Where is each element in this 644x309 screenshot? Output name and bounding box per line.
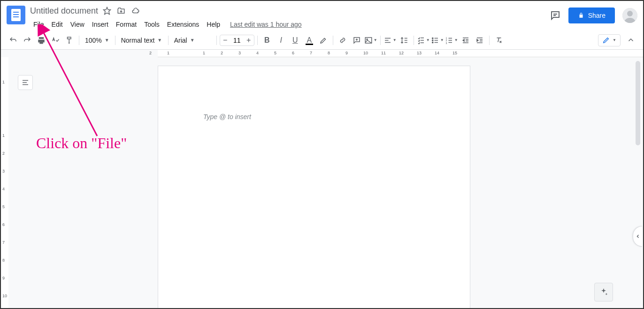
- hide-menus-button[interactable]: [624, 34, 637, 47]
- move-icon[interactable]: [117, 7, 125, 15]
- document-outline-button[interactable]: [18, 75, 33, 90]
- numbered-list-button[interactable]: 123▼: [445, 34, 458, 47]
- star-icon[interactable]: [103, 7, 111, 15]
- bulleted-list-button[interactable]: ▼: [431, 34, 444, 47]
- document-title[interactable]: Untitled document: [30, 6, 98, 16]
- font-size-control: − +: [220, 35, 254, 46]
- menu-file[interactable]: File: [30, 19, 47, 30]
- document-placeholder: Type @ to insert: [203, 113, 251, 121]
- line-spacing-button[interactable]: [398, 34, 411, 47]
- menu-edit[interactable]: Edit: [48, 19, 66, 30]
- cloud-status-icon[interactable]: [131, 7, 140, 15]
- comment-history-icon[interactable]: [550, 10, 561, 21]
- menu-help[interactable]: Help: [203, 19, 223, 30]
- zoom-dropdown[interactable]: 100%▼: [82, 34, 112, 47]
- highlight-button[interactable]: [317, 34, 330, 47]
- insert-image-button[interactable]: ▼: [364, 34, 377, 47]
- horizontal-ruler[interactable]: 21123456789101112131415: [1, 50, 643, 57]
- font-size-decrease[interactable]: −: [220, 35, 230, 45]
- font-size-increase[interactable]: +: [244, 35, 254, 45]
- menu-insert[interactable]: Insert: [89, 19, 112, 30]
- insert-link-button[interactable]: [336, 34, 349, 47]
- print-button[interactable]: [35, 34, 48, 47]
- svg-point-4: [627, 11, 633, 16]
- increase-indent-button[interactable]: [473, 34, 486, 47]
- svg-marker-0: [104, 8, 111, 15]
- svg-point-6: [367, 38, 368, 39]
- pencil-icon: [602, 37, 610, 44]
- spellcheck-button[interactable]: [49, 34, 62, 47]
- menu-extensions[interactable]: Extensions: [164, 19, 202, 30]
- scrollbar-thumb[interactable]: [636, 61, 640, 145]
- menu-tools[interactable]: Tools: [141, 19, 163, 30]
- menu-view[interactable]: View: [67, 19, 88, 30]
- clear-formatting-button[interactable]: [492, 34, 506, 47]
- bold-button[interactable]: B: [261, 34, 274, 47]
- svg-point-10: [432, 38, 433, 38]
- underline-button[interactable]: U: [289, 34, 302, 47]
- add-comment-button[interactable]: [350, 34, 363, 47]
- docs-logo[interactable]: [7, 6, 25, 24]
- share-label: Share: [588, 12, 606, 19]
- decrease-indent-button[interactable]: [459, 34, 472, 47]
- account-avatar[interactable]: [622, 8, 637, 23]
- lock-icon: [578, 12, 584, 19]
- annotation-text: Click on "File": [36, 135, 127, 152]
- menu-format[interactable]: Format: [113, 19, 140, 30]
- font-size-input[interactable]: [230, 37, 244, 44]
- font-dropdown[interactable]: Arial▼: [171, 34, 214, 47]
- align-button[interactable]: ▼: [383, 34, 397, 47]
- last-edit-link[interactable]: Last edit was 1 hour ago: [230, 21, 302, 28]
- document-page[interactable]: Type @ to insert: [158, 66, 470, 308]
- italic-button[interactable]: I: [275, 34, 288, 47]
- undo-button[interactable]: [7, 34, 20, 47]
- explore-button[interactable]: [594, 283, 613, 301]
- vertical-ruler[interactable]: 112345678910: [1, 57, 8, 308]
- checklist-button[interactable]: ▼: [417, 34, 430, 47]
- svg-text:3: 3: [445, 41, 447, 44]
- share-button[interactable]: Share: [568, 8, 615, 23]
- text-color-button[interactable]: A: [303, 34, 316, 47]
- paragraph-style-dropdown[interactable]: Normal text▼: [118, 34, 165, 47]
- editing-mode-button[interactable]: ▼: [598, 34, 621, 46]
- redo-button[interactable]: [21, 34, 34, 47]
- svg-point-11: [432, 39, 433, 40]
- svg-point-12: [432, 42, 433, 43]
- paint-format-button[interactable]: [63, 34, 76, 47]
- vertical-scrollbar[interactable]: [635, 57, 641, 308]
